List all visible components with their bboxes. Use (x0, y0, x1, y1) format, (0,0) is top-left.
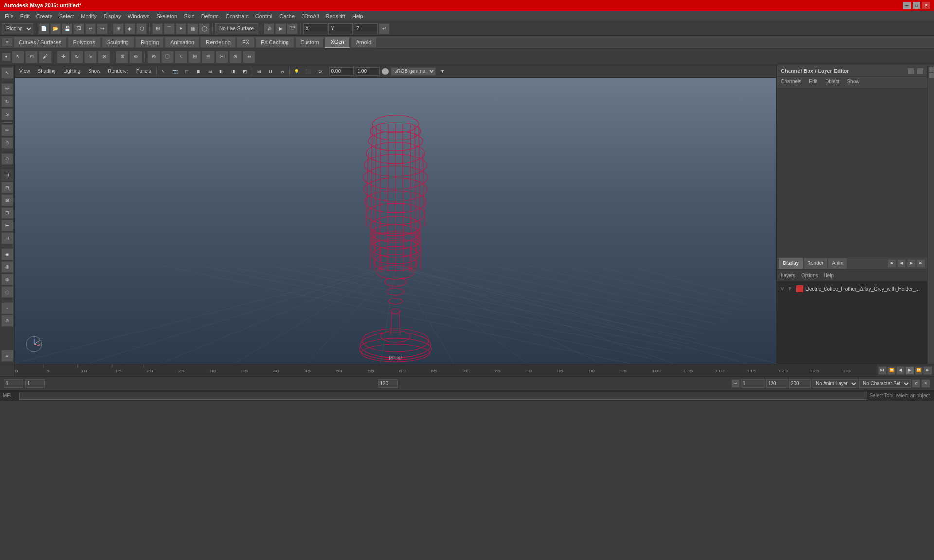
cb-tab-channels[interactable]: Channels (777, 77, 805, 88)
render-settings-btn[interactable]: 🖥 (264, 23, 274, 34)
snap-to-surface-btn[interactable]: ◯ (199, 23, 210, 34)
show-manip-btn-l[interactable]: ⊕ (1, 137, 13, 149)
cmd-input[interactable] (19, 392, 867, 400)
menu-modify[interactable]: Modify (78, 12, 99, 20)
move-btn[interactable]: ✛ (1, 83, 13, 95)
loop-btn[interactable]: ↩ (731, 379, 740, 388)
gamma-select[interactable]: sRGB gamma (391, 67, 436, 76)
anim-layer-select[interactable]: No Anim Layer (812, 379, 858, 388)
lo-options[interactable]: Options (801, 273, 818, 278)
shelf-icon-btn1[interactable]: ⊞ (1, 169, 13, 181)
bullet-icon[interactable]: ● (2, 52, 11, 61)
vp-menu-lighting[interactable]: Lighting (60, 68, 83, 75)
pb-goto-end[interactable]: ⏭ (923, 366, 932, 375)
vp-menu-panels[interactable]: Panels (133, 68, 154, 75)
lo-help[interactable]: Help (824, 273, 834, 278)
shelf-icon-btn4[interactable]: ⊡ (1, 207, 13, 219)
select-btn[interactable]: ↖ (1, 67, 13, 79)
vp-menu-show[interactable]: Show (85, 68, 103, 75)
le-tab-anim[interactable]: Anim (828, 258, 847, 269)
menu-help[interactable]: Help (349, 12, 366, 20)
expand-btn[interactable]: ≡ (1, 350, 13, 362)
le-tab-display[interactable]: Display (779, 258, 803, 269)
pb-play-fwd[interactable]: ▶ (905, 366, 914, 375)
restore-button[interactable]: □ (913, 2, 920, 9)
cb-tab-edit[interactable]: Edit (805, 77, 821, 88)
vp-icon-shading1[interactable]: ◧ (217, 67, 227, 76)
vp-icon-frame-all[interactable]: ⊞ (205, 67, 215, 76)
vp-icon-shading3[interactable]: ◩ (240, 67, 250, 76)
save-as-btn[interactable]: 🖫 (73, 23, 84, 34)
vp-val1[interactable] (329, 67, 354, 76)
shelf-icon-btn9[interactable]: ◍ (1, 274, 13, 285)
select-comp-btn[interactable]: ⬡ (136, 23, 147, 34)
snap-to-grid-btn[interactable]: ⊞ (152, 23, 163, 34)
snap-to-view-btn[interactable]: ▦ (187, 23, 198, 34)
tab-sculpting[interactable]: Sculpting (102, 37, 134, 48)
reroot-btn[interactable]: ⊟ (202, 51, 215, 63)
open-file-btn[interactable]: 📂 (50, 23, 61, 34)
vp-icon-isolate[interactable]: ◼ (194, 67, 203, 76)
lo-layers[interactable]: Layers (781, 273, 795, 278)
show-manip-btn[interactable]: ⊕ (129, 51, 142, 63)
cb-tab-object[interactable]: Object (822, 77, 844, 88)
shelf-icon-btn3[interactable]: ⊠ (1, 194, 13, 206)
pb-goto-start[interactable]: ⏮ (878, 366, 887, 375)
pb-step-fwd[interactable]: ⏩ (915, 366, 923, 375)
mirror-joint-btn[interactable]: ⇔ (243, 51, 255, 63)
disconnect-joint-btn[interactable]: ⊗ (229, 51, 242, 63)
vp-color-icon[interactable] (382, 68, 389, 75)
menu-3dtoall[interactable]: 3DtoAll (299, 12, 322, 20)
mode-select[interactable]: Rigging (2, 23, 33, 34)
shelf-icon-btn10[interactable]: ◌ (1, 286, 13, 298)
pb-step-back[interactable]: ⏪ (887, 366, 896, 375)
shelf-icon-btn5[interactable]: ⊢ (1, 220, 13, 231)
tab-curves-surfaces[interactable]: Curves / Surfaces (14, 37, 67, 48)
menu-control[interactable]: Control (252, 12, 275, 20)
tab-rigging[interactable]: Rigging (135, 37, 164, 48)
tab-polygons[interactable]: Polygons (68, 37, 100, 48)
le-nav-last[interactable]: ⏭ (916, 259, 925, 268)
vp-icon-shadow[interactable]: ⬛ (304, 67, 313, 76)
attr-btn2[interactable] (929, 73, 934, 78)
current-frame-input[interactable] (25, 379, 45, 388)
cb-tab-show[interactable]: Show (843, 77, 863, 88)
shelf-icon-btn7[interactable]: ◉ (1, 248, 13, 260)
shelf-icon-btn12[interactable]: ⊕ (1, 315, 13, 327)
transform-tool-btn[interactable]: ⊠ (98, 51, 110, 63)
vp-icon-shading2[interactable]: ◨ (229, 67, 238, 76)
menu-deform[interactable]: Deform (198, 12, 222, 20)
joint-tool-btn[interactable]: ⊖ (147, 51, 160, 63)
pb-play-back[interactable]: ◀ (896, 366, 905, 375)
tab-xgen[interactable]: XGen (325, 37, 349, 48)
layer-row-0[interactable]: V P Electric_Coffee_Frother_Zulay_Grey_w… (779, 283, 925, 294)
shelf-icon-btn2[interactable]: ⊟ (1, 182, 13, 193)
last-tool-btn[interactable]: ⊙ (1, 153, 13, 165)
menu-windows[interactable]: Windows (125, 12, 153, 20)
tabs-menu-btn[interactable]: ≡ (2, 38, 13, 47)
select-tool-btn[interactable]: ↖ (12, 51, 24, 63)
frame-end-input[interactable] (378, 379, 398, 388)
le-nav-prev[interactable]: ◀ (897, 259, 906, 268)
menu-skeleton[interactable]: Skeleton (153, 12, 180, 20)
scale-btn[interactable]: ⇲ (1, 108, 13, 120)
menu-edit[interactable]: Edit (18, 12, 33, 20)
paint-sel-btn[interactable]: 🖌 (39, 51, 52, 63)
shelf-icon-btn11[interactable]: ◦ (1, 302, 13, 314)
cb-icon1[interactable] (908, 68, 914, 74)
vp-val2[interactable] (356, 67, 380, 76)
tab-arnold[interactable]: Arnold (351, 37, 377, 48)
menu-skin[interactable]: Skin (181, 12, 197, 20)
move-tool-btn[interactable]: ✛ (57, 51, 70, 63)
ipr-btn[interactable]: ▶ (275, 23, 286, 34)
rotate-tool-btn[interactable]: ↻ (71, 51, 83, 63)
snap-to-point-btn[interactable]: ✦ (176, 23, 186, 34)
shelf-icon-btn6[interactable]: ⊣ (1, 232, 13, 244)
sculpt-btn[interactable]: ✏ (1, 124, 13, 136)
vp-gamma-btn[interactable]: ▼ (438, 67, 448, 76)
rotate-btn[interactable]: ↻ (1, 96, 13, 107)
vp-icon-hide[interactable]: ◻ (182, 67, 192, 76)
input-line-btn[interactable]: ↵ (379, 23, 390, 34)
le-tab-render[interactable]: Render (804, 258, 827, 269)
vp-icon-grid[interactable]: ⊞ (254, 67, 264, 76)
